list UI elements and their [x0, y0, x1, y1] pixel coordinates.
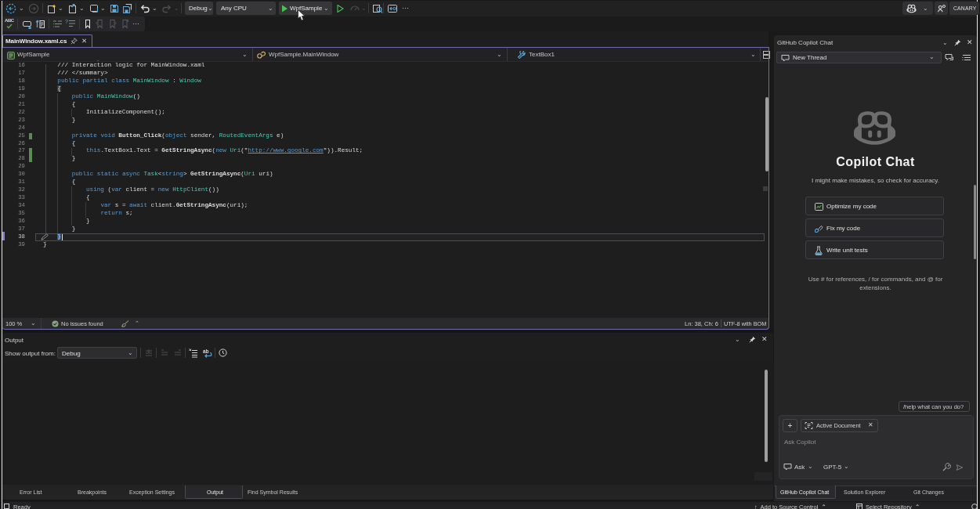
svg-text:ab: ab: [203, 348, 209, 354]
svg-text:?: ?: [65, 19, 68, 24]
